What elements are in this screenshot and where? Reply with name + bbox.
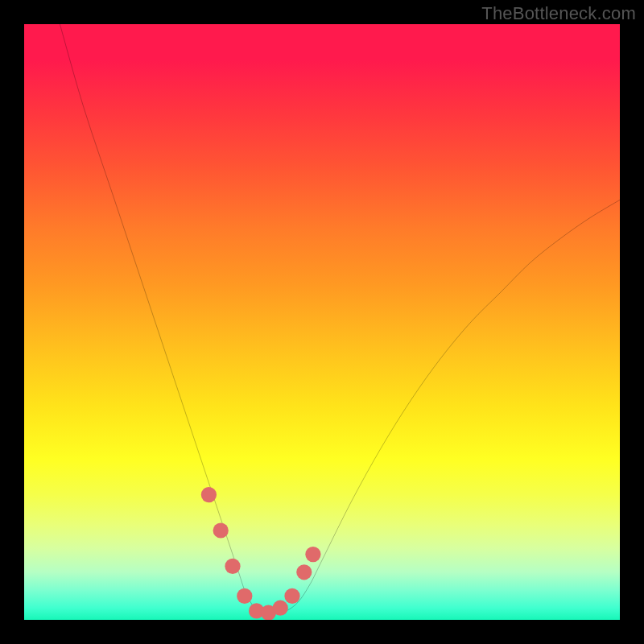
highlight-dot [305, 547, 320, 562]
highlight-dot [225, 559, 240, 574]
highlight-dots [201, 487, 321, 620]
curve-layer [24, 24, 620, 620]
bottleneck-curve [60, 24, 620, 614]
highlight-dot [273, 601, 288, 616]
highlight-dot [296, 564, 312, 580]
chart-stage: TheBottleneck.com [0, 0, 644, 644]
watermark-text: TheBottleneck.com [481, 3, 636, 24]
highlight-dot [201, 487, 217, 502]
highlight-dot [237, 588, 252, 604]
plot-area [24, 24, 620, 620]
highlight-dot [284, 588, 299, 604]
highlight-dot [213, 522, 229, 538]
